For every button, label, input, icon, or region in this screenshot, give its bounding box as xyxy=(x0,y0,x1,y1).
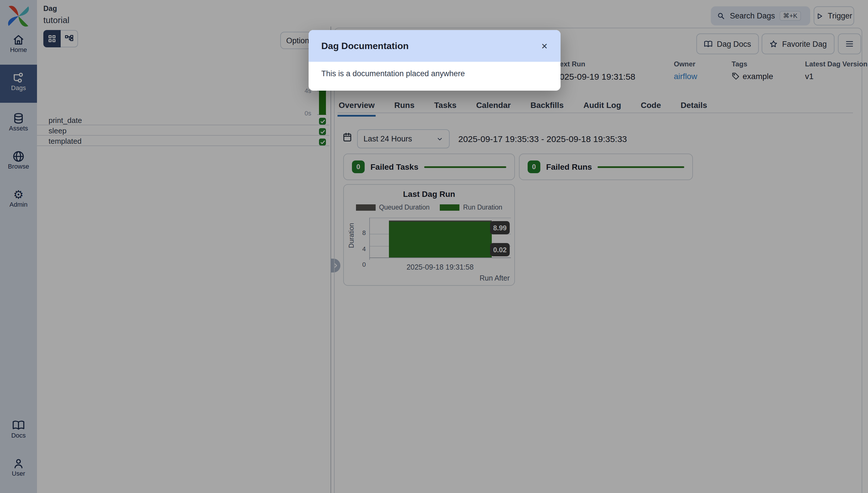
modal-title: Dag Documentation xyxy=(321,41,408,51)
modal-body-text: This is a documentation placed anywhere xyxy=(309,62,561,85)
dag-documentation-modal: Dag Documentation ✕ This is a documentat… xyxy=(309,30,561,91)
airflow-app: Home Dags Assets Browse ⚙ Admin Docs Use… xyxy=(0,0,868,493)
modal-header: Dag Documentation ✕ xyxy=(309,30,561,62)
close-icon[interactable]: ✕ xyxy=(541,41,548,50)
